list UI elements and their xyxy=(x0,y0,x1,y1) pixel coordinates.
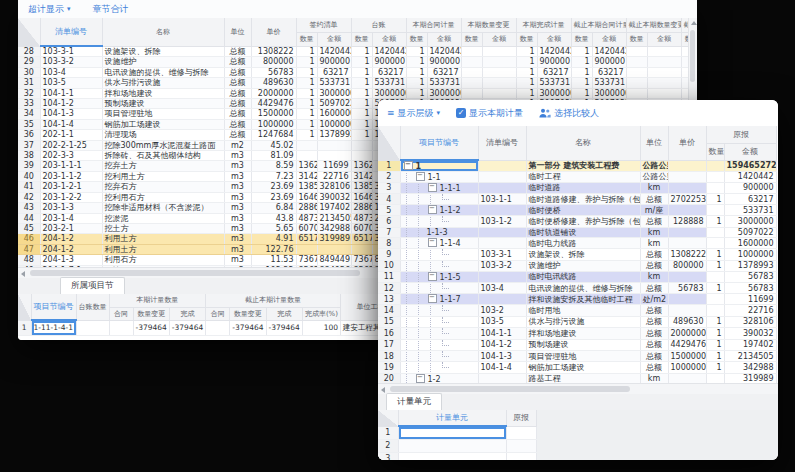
value-cell[interactable]: 1362 xyxy=(296,161,317,171)
row-number[interactable]: 1 xyxy=(18,320,31,336)
original-amount-cell[interactable]: 900000 xyxy=(724,183,776,194)
list-code-cell[interactable] xyxy=(478,183,526,194)
display-level-menu[interactable]: ≡ 显示层级 ▾ xyxy=(387,107,440,120)
project-node-cell[interactable] xyxy=(400,339,478,350)
tree-row[interactable]: 15103-5供水与排污设施总额4896301328106 xyxy=(378,316,776,327)
project-node-cell[interactable] xyxy=(400,305,478,316)
row-number[interactable]: 11 xyxy=(378,272,400,283)
unit-price-cell[interactable]: 1000000 xyxy=(251,119,296,129)
value-cell[interactable]: 533731 xyxy=(537,78,571,88)
value-cell[interactable]: 1000000 xyxy=(317,119,351,129)
original-amount-cell[interactable]: 56783 xyxy=(724,283,776,294)
unit-price-cell[interactable]: 4.91 xyxy=(251,234,296,244)
unit-price-cell[interactable] xyxy=(668,205,706,216)
column-group-header[interactable]: 本期完成计量 xyxy=(516,18,571,32)
row-number[interactable]: 14 xyxy=(378,305,400,316)
unit-cell[interactable]: 总额 xyxy=(224,130,251,140)
row-number[interactable]: 2 xyxy=(378,439,398,452)
ledger-qty-cell[interactable] xyxy=(76,320,109,336)
value-cell[interactable]: 5097022 xyxy=(317,99,351,109)
list-code-cell[interactable] xyxy=(478,172,526,183)
unit-cell[interactable]: 总额 xyxy=(224,78,251,88)
cumulative-qty-cell[interactable]: -379464 xyxy=(230,320,266,336)
list-code-cell[interactable]: 203-1-1-1 xyxy=(40,161,102,171)
name-cell[interactable]: 项目管理驻地 xyxy=(526,351,640,362)
value-cell[interactable]: 197402 xyxy=(317,203,351,213)
value-cell[interactable]: 1 xyxy=(296,99,317,109)
name-cell[interactable]: 供水与排污设施 xyxy=(102,78,224,88)
value-cell[interactable] xyxy=(647,88,681,98)
name-cell[interactable]: 挖除300mm厚水泥混凝土路面 xyxy=(102,140,224,150)
unit-price-cell[interactable]: 2702253 xyxy=(668,194,706,205)
row-number[interactable]: 31 xyxy=(18,78,40,88)
name-cell[interactable]: 临时便桥 xyxy=(526,205,640,216)
unit-price-cell[interactable]: 800000 xyxy=(668,260,706,271)
project-node-cell[interactable]: −1-1 xyxy=(400,172,478,183)
value-cell[interactable]: 60706 xyxy=(296,223,317,233)
unit-price-cell[interactable] xyxy=(668,238,706,249)
name-cell[interactable]: 挖利用石方 xyxy=(102,192,224,202)
value-cell[interactable]: 1 xyxy=(296,57,317,67)
unit-price-cell[interactable]: 800000 xyxy=(251,57,296,67)
unit-price-cell[interactable]: 122.76 xyxy=(251,244,296,254)
unit-price-cell[interactable]: 8.59 xyxy=(251,161,296,171)
value-cell[interactable]: 73673 xyxy=(351,255,372,265)
tree-row[interactable]: 6103-1-2临时便桥修建、养护与拆除（包括原桥梁的总额12888813000… xyxy=(378,216,776,227)
fg-hscroll-thumb[interactable] xyxy=(390,386,630,392)
value-cell[interactable] xyxy=(626,46,647,57)
row-number[interactable]: 17 xyxy=(378,339,400,350)
value-cell[interactable]: 1 xyxy=(296,88,317,98)
row-number[interactable]: 28 xyxy=(18,46,40,57)
unit-cell[interactable]: 总额 xyxy=(224,57,251,67)
original-amount-cell[interactable]: 1420442 xyxy=(724,172,776,183)
unit-cell[interactable]: 总额 xyxy=(224,46,251,57)
value-cell[interactable] xyxy=(351,244,372,254)
original-qty-cell[interactable]: 1 xyxy=(706,216,724,227)
value-cell[interactable]: 1420442 xyxy=(372,46,406,57)
column-subheader[interactable]: 金额 xyxy=(372,32,406,46)
unit-price-cell[interactable]: 2000000 xyxy=(668,328,706,339)
unit-price-cell[interactable] xyxy=(668,160,706,172)
column-header[interactable]: 计量单元 xyxy=(398,410,506,426)
value-cell[interactable]: 1 xyxy=(516,57,537,67)
list-code-cell[interactable]: 203-1-4 xyxy=(40,213,102,223)
original-amount-cell[interactable]: 328106 xyxy=(724,316,776,327)
name-cell[interactable]: 临时电讯线路 xyxy=(526,272,640,283)
column-group-header[interactable]: 签约清单 xyxy=(296,18,351,32)
name-cell[interactable]: 设施架设、拆除 xyxy=(526,249,640,260)
original-qty-cell[interactable]: 1 xyxy=(706,249,724,260)
row-number[interactable]: 4 xyxy=(378,194,400,205)
value-cell[interactable]: 13850 xyxy=(351,182,372,192)
unit-cell[interactable]: 总额 xyxy=(640,216,668,227)
original-qty-cell[interactable] xyxy=(706,172,724,183)
name-cell[interactable]: 临时道路修建、养护与拆除（包括原道路的 xyxy=(526,194,640,205)
name-cell[interactable]: 临时电力线路 xyxy=(526,238,640,249)
tree-row[interactable]: 11−1-1-5临时电讯线路km56783 xyxy=(378,272,776,283)
tree-row[interactable]: 18104-1-3项目管理驻地总额150000012134505 xyxy=(378,351,776,362)
list-code-cell[interactable]: 103-3-1 xyxy=(478,249,526,260)
original-amount-cell[interactable]: 11699 xyxy=(724,294,776,305)
original-amount-cell[interactable]: 1600000 xyxy=(724,238,776,249)
unit-cell[interactable]: m3 xyxy=(224,161,251,171)
value-cell[interactable]: 1 xyxy=(571,57,592,67)
unit-cell[interactable]: 总额 xyxy=(224,99,251,109)
value-cell[interactable]: 3000000 xyxy=(592,88,626,98)
name-cell[interactable]: 预制场建设 xyxy=(102,99,224,109)
original-amount-cell[interactable]: 342988 xyxy=(724,362,776,373)
row-number[interactable]: 13 xyxy=(378,294,400,305)
row-number[interactable]: 2 xyxy=(378,172,400,183)
column-subheader[interactable]: 数量变更 xyxy=(230,307,266,320)
value-cell[interactable]: 1420442 xyxy=(317,46,351,57)
ledger-row[interactable]: 31103-5供水与排污设施总额489630153373115337311533… xyxy=(18,78,697,88)
value-cell[interactable]: 1600000 xyxy=(317,109,351,119)
project-node-cell[interactable]: −1-1-1 xyxy=(400,183,478,194)
column-subheader[interactable]: 完成 xyxy=(266,307,302,320)
project-node-cell[interactable] xyxy=(400,316,478,327)
tree-row[interactable]: 3−1-1-1临时道路km900000 xyxy=(378,183,776,194)
project-node-cell[interactable]: −1-1-7 xyxy=(400,294,478,305)
value-cell[interactable] xyxy=(351,140,372,150)
column-header[interactable]: 台账数量 xyxy=(76,294,109,320)
value-cell[interactable]: 3142 xyxy=(351,171,372,181)
value-cell[interactable] xyxy=(626,88,647,98)
tree-row[interactable]: 10103-3-2设施维护总额80000011378993 xyxy=(378,260,776,271)
